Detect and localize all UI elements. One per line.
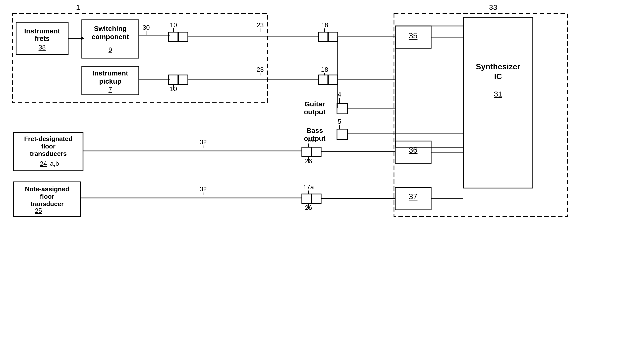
label-4: 4 [338, 91, 341, 98]
connector-top-right [178, 32, 188, 42]
connector-18-bot-left [318, 75, 328, 84]
fret-floor-ref: 24 [40, 160, 47, 167]
ref-35: 35 [408, 31, 418, 40]
main-group-label: 1 [76, 3, 80, 11]
connector-bot-left [168, 75, 178, 84]
connector-17a-top-left [302, 147, 311, 157]
diagram-container: 1 33 Instrument frets 38 Switching compo… [0, 0, 644, 362]
bass-output-connector [337, 129, 348, 140]
connector-17a-bot-right [312, 194, 321, 203]
synthesizer-ic-box [463, 17, 533, 188]
instrument-frets-label2: frets [35, 35, 50, 42]
switching-ref: 9 [108, 46, 112, 53]
main-group-box [12, 14, 268, 103]
instrument-frets-label: Instrument [24, 27, 60, 35]
pickup-ref: 7 [108, 86, 112, 93]
label-23-top: 23 [257, 21, 264, 29]
label-32-top: 32 [200, 138, 207, 146]
label-17a-top: 17a [303, 136, 314, 144]
synth-ref: 31 [494, 90, 502, 98]
label-32-bot: 32 [200, 185, 207, 193]
ref-37: 37 [408, 192, 418, 201]
fret-floor-label2: floor [41, 143, 56, 150]
label-18-top: 18 [321, 21, 328, 29]
arrow-frets-switch [81, 37, 84, 40]
guitar-output-connector [337, 103, 348, 114]
label-18-bot: 18 [321, 66, 328, 73]
label-10-top: 10 [170, 21, 177, 29]
connector-18-top-right [328, 32, 338, 42]
note-floor-label1: Note-assigned [25, 185, 69, 193]
ref-36: 36 [408, 146, 418, 154]
connector-17a-bot-left [302, 194, 311, 203]
connector-18-bot-right [328, 75, 338, 84]
fret-floor-ref2: a,b [50, 160, 59, 167]
label-5: 5 [338, 118, 341, 125]
synth-label2: IC [494, 72, 502, 81]
bass-output-label1: Bass [306, 127, 323, 134]
right-block [395, 26, 463, 147]
fret-floor-label3: transducers [30, 150, 67, 157]
connector-17a-top-right [312, 147, 321, 157]
guitar-output-label1: Guitar [304, 100, 325, 108]
guitar-output-label2: output [304, 108, 325, 116]
connector-bot-right [178, 75, 188, 84]
note-floor-ref: 25 [35, 207, 42, 214]
pickup-label1: Instrument [92, 69, 128, 77]
pickup-label2: pickup [99, 77, 122, 85]
label-30: 30 [143, 24, 150, 31]
fret-floor-label1: Fret-designated [24, 135, 72, 143]
label-17a-bot: 17a [303, 183, 314, 191]
note-floor-label2: floor [40, 193, 54, 200]
connector-18-top-left [318, 32, 328, 42]
synth-label1: Synthesizer [476, 62, 520, 71]
switching-label2: component [92, 33, 129, 41]
connector-top-left [168, 32, 178, 42]
synth-group-box [394, 14, 568, 216]
label-23-bot: 23 [257, 66, 264, 73]
switching-label1: Switching [94, 25, 126, 32]
note-floor-label3: transducer [30, 200, 64, 208]
synth-group-label: 33 [489, 3, 497, 11]
instrument-frets-ref: 38 [39, 43, 46, 51]
